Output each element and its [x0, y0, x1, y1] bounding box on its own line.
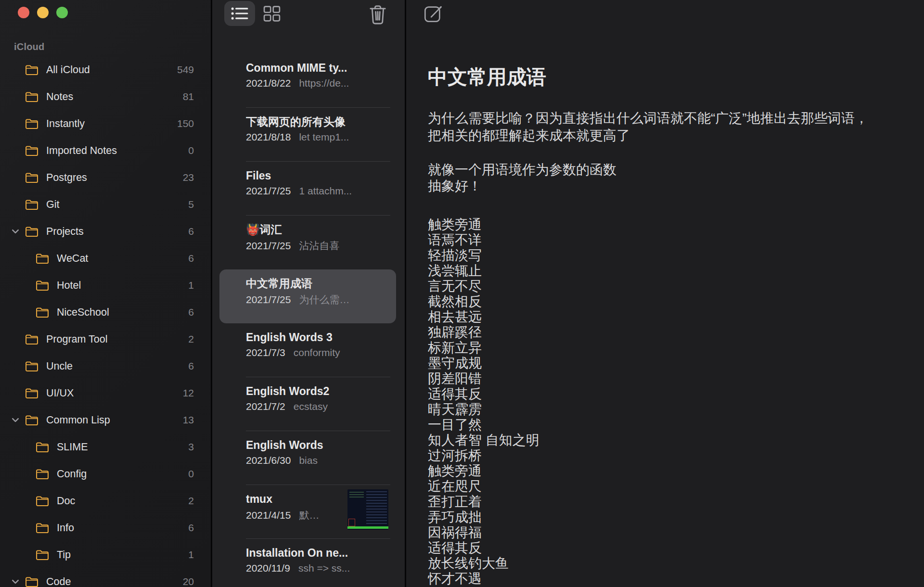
note-list-item[interactable]: Common MIME ty... 2021/8/22 https://de..…	[219, 54, 396, 108]
note-body-line: 适得其反	[428, 386, 912, 402]
folder-icon	[25, 334, 38, 345]
chevron-down-icon[interactable]	[12, 417, 19, 423]
sidebar-folder-count: 6	[188, 253, 194, 264]
note-list-item[interactable]: English Words 3 2021/7/3 conformity	[219, 323, 396, 377]
sidebar-folder-count: 13	[183, 414, 194, 426]
note-body-line: 弄巧成拙	[428, 510, 912, 525]
note-list-item[interactable]: tmux 2021/4/15 默…	[219, 485, 396, 539]
sidebar-folder-row[interactable]: All iCloud 549	[0, 56, 211, 83]
sidebar-folder-label: Uncle	[46, 360, 188, 372]
sidebar-folder-row[interactable]: Config 0	[0, 460, 211, 487]
sidebar-folder-row[interactable]: Postgres 23	[0, 164, 211, 191]
note-item-title: 下载网页的所有头像	[246, 114, 389, 129]
note-list-item[interactable]: English Words2 2021/7/2 ecstasy	[219, 377, 396, 431]
sidebar-folder-label: Projects	[46, 226, 188, 238]
note-item-preview: conformity	[294, 347, 340, 358]
notes-list-toolbar	[212, 0, 405, 30]
sidebar-folder-row[interactable]: Program Tool 2	[0, 326, 211, 353]
note-body-line: 怀才不遇	[428, 571, 912, 587]
sidebar-folder-count: 150	[177, 118, 194, 129]
chevron-down-icon[interactable]	[12, 229, 19, 234]
note-item-date: 2021/7/2	[246, 401, 285, 412]
folder-icon	[25, 145, 38, 156]
sidebar-folder-label: Tip	[57, 549, 188, 561]
sidebar-folder-count: 549	[177, 64, 194, 76]
list-view-button[interactable]	[224, 1, 255, 26]
note-body-line: 截然相反	[428, 294, 912, 309]
note-body-line: 触类旁通	[428, 217, 912, 232]
gallery-view-button[interactable]	[257, 1, 287, 26]
sidebar-folder-row[interactable]: Hotel 1	[0, 272, 211, 299]
folder-icon	[25, 415, 38, 426]
note-item-preview: bias	[299, 455, 318, 466]
sidebar-folder-row[interactable]: Code 20	[0, 568, 211, 587]
note-item-preview: 默…	[299, 509, 319, 522]
sidebar-folder-label: Common Lisp	[46, 414, 183, 426]
sidebar-folder-count: 2	[188, 495, 194, 507]
sidebar-folder-row[interactable]: Projects 6	[0, 218, 211, 245]
sidebar-folder-count: 2	[188, 333, 194, 345]
note-body-line: 把相关的都理解起来成本就更高了	[428, 127, 912, 144]
sidebar-folder-label: Hotel	[57, 280, 188, 292]
sidebar-folder-row[interactable]: UI/UX 12	[0, 380, 211, 407]
note-list-item[interactable]: English Words 2021/6/30 bias	[219, 431, 396, 485]
note-body-line: 言无不尽	[428, 279, 912, 294]
sidebar-folder-row[interactable]: Uncle 6	[0, 353, 211, 380]
note-item-date: 2021/7/25	[246, 240, 291, 252]
note-body-line: 独辟蹊径	[428, 325, 912, 340]
sidebar-folder-row[interactable]: Doc 2	[0, 487, 211, 514]
sidebar-divider[interactable]	[211, 0, 212, 587]
note-body-line: 晴天霹雳	[428, 402, 912, 417]
sidebar-folder-count: 0	[188, 468, 194, 480]
sidebar-folder-row[interactable]: Notes 81	[0, 83, 211, 110]
note-item-meta: 2021/7/2 ecstasy	[246, 401, 389, 412]
note-body-line: 放长线钓大鱼	[428, 556, 912, 571]
sidebar-folder-row[interactable]: NiceSchool 6	[0, 299, 211, 326]
trash-icon	[369, 4, 387, 25]
close-button[interactable]	[18, 7, 29, 18]
sidebar-folder-label: SLIME	[57, 441, 188, 453]
note-list-item[interactable]: 下载网页的所有头像 2021/8/18 let temp1...	[219, 108, 396, 162]
note-list-item[interactable]: 中文常用成语 2021/7/25 为什么需…	[219, 269, 396, 323]
note-list-item[interactable]: Files 2021/7/25 1 attachm...	[219, 162, 396, 216]
note-body-line: 抽象好！	[428, 178, 912, 194]
minimize-button[interactable]	[37, 7, 49, 18]
folder-icon	[25, 64, 38, 76]
chevron-down-icon[interactable]	[12, 579, 19, 585]
note-paragraph-2: 就像一个用语境作为参数的函数抽象好！	[428, 162, 912, 194]
sidebar-folder-row[interactable]: Tip 1	[0, 541, 211, 568]
editor-divider[interactable]	[405, 0, 406, 587]
sidebar-folder-label: NiceSchool	[57, 306, 188, 319]
sidebar-folder-row[interactable]: Imported Notes 0	[0, 137, 211, 164]
sidebar-folder-label: Notes	[46, 91, 183, 103]
note-editor[interactable]: 中文常用成语 为什么需要比喻？因为直接指出什么词语就不能“广泛”地推出去那些词语…	[428, 0, 912, 587]
sidebar-folder-row[interactable]: Instantly 150	[0, 110, 211, 137]
note-item-date: 2021/7/3	[246, 347, 285, 358]
list-view-icon	[231, 7, 248, 20]
note-item-meta: 2021/7/25 1 attachm...	[246, 185, 389, 197]
note-body-line: 一目了然	[428, 417, 912, 433]
folder-icon	[25, 576, 38, 587]
sidebar-folder-row[interactable]: SLIME 3	[0, 434, 211, 460]
note-body-line: 阴差阳错	[428, 371, 912, 386]
note-body-line: 近在咫尺	[428, 479, 912, 494]
sidebar-folder-count: 6	[188, 522, 194, 534]
sidebar-folder-count: 6	[188, 226, 194, 237]
delete-note-button[interactable]	[365, 2, 390, 27]
sidebar-folder-label: Git	[46, 199, 188, 211]
sidebar-folder-label: Code	[46, 576, 183, 587]
sidebar-folder-row[interactable]: Common Lisp 13	[0, 407, 211, 434]
sidebar-folder-row[interactable]: WeCat 6	[0, 245, 211, 272]
sidebar-folder-label: Info	[57, 522, 188, 534]
note-list-item[interactable]: 👹词汇 2021/7/25 沾沾自喜	[219, 216, 396, 269]
note-body-line: 触类旁通	[428, 463, 912, 479]
sidebar-folder-count: 12	[183, 387, 194, 399]
sidebar-folder-label: All iCloud	[46, 64, 177, 76]
note-list-item[interactable]: Installation On ne... 2020/11/9 ssh => s…	[219, 539, 396, 587]
sidebar-folder-row[interactable]: Info 6	[0, 514, 211, 541]
note-item-preview: 1 attachm...	[299, 185, 352, 197]
zoom-button[interactable]	[56, 7, 68, 18]
note-item-date: 2021/6/30	[246, 455, 291, 466]
sidebar-folder-row[interactable]: Git 5	[0, 191, 211, 218]
folder-icon	[25, 388, 38, 399]
